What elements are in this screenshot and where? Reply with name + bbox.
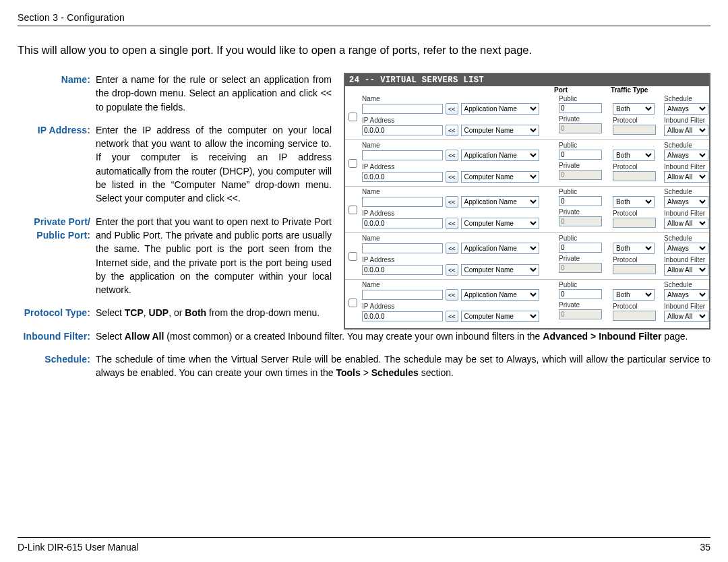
inbound-filter-select[interactable]: Allow All [664, 311, 708, 322]
copy-app-button[interactable]: << [446, 243, 458, 254]
traffic-type-select[interactable]: Both [613, 150, 655, 161]
schedule-select[interactable]: Always [664, 243, 708, 254]
enable-checkbox[interactable] [348, 252, 357, 261]
computer-select[interactable]: Computer Name [461, 218, 539, 229]
schedule-select[interactable]: Always [664, 289, 708, 301]
private-label: Private [557, 255, 611, 262]
private-port-input[interactable] [559, 170, 602, 180]
footer-right: 35 [700, 542, 710, 553]
virtual-server-row: Name << Application Name IP Address << C… [345, 232, 709, 279]
public-port-input[interactable] [559, 289, 602, 299]
public-port-input[interactable] [559, 103, 602, 113]
protocol-input[interactable] [613, 171, 656, 181]
protocol-input[interactable] [613, 125, 656, 135]
definition-text: The schedule of time when the Virtual Se… [96, 352, 710, 380]
schedule-label: Schedule [662, 281, 710, 288]
inbound-filter-select[interactable]: Allow All [664, 171, 708, 183]
copy-app-button[interactable]: << [446, 150, 458, 161]
application-select[interactable]: Application Name [461, 103, 539, 115]
definition-row: Schedule:The schedule of time when the V… [18, 352, 710, 380]
ip-label: IP Address [360, 210, 557, 217]
ip-input[interactable] [362, 218, 443, 228]
name-input[interactable] [362, 243, 443, 253]
copy-computer-button[interactable]: << [446, 264, 458, 276]
protocol-input[interactable] [613, 264, 656, 274]
ip-input[interactable] [362, 265, 443, 275]
private-label: Private [557, 162, 611, 169]
schedule-select[interactable]: Always [664, 103, 708, 115]
inbound-label: Inbound Filter [662, 303, 710, 310]
computer-select[interactable]: Computer Name [461, 125, 539, 136]
name-input[interactable] [362, 197, 443, 207]
copy-computer-button[interactable]: << [446, 171, 458, 183]
copy-app-button[interactable]: << [446, 289, 458, 301]
application-select[interactable]: Application Name [461, 196, 539, 208]
copy-computer-button[interactable]: << [446, 125, 458, 136]
enable-checkbox[interactable] [348, 113, 357, 121]
ip-input[interactable] [362, 125, 443, 135]
ip-label: IP Address [360, 256, 557, 263]
protocol-input[interactable] [613, 311, 656, 321]
traffic-type-select[interactable]: Both [613, 196, 655, 208]
page-header: Section 3 - Configuration [18, 12, 710, 23]
computer-select[interactable]: Computer Name [461, 311, 539, 322]
schedule-select[interactable]: Always [664, 150, 708, 161]
inbound-filter-select[interactable]: Allow All [664, 218, 708, 229]
schedule-select[interactable]: Always [664, 196, 708, 208]
private-port-input[interactable] [559, 123, 602, 133]
definition-row: IP Address:Enter the IP address of the c… [18, 123, 332, 206]
panel-column-headers: Port Traffic Type [345, 86, 709, 94]
virtual-server-row: Name << Application Name IP Address << C… [345, 94, 709, 139]
private-port-input[interactable] [559, 263, 602, 273]
inbound-label: Inbound Filter [662, 163, 710, 170]
ip-label: IP Address [360, 117, 557, 124]
private-port-input[interactable] [559, 309, 602, 319]
public-label: Public [557, 188, 611, 195]
enable-checkbox[interactable] [348, 206, 357, 214]
protocol-label: Protocol [611, 163, 658, 170]
protocol-label: Protocol [611, 256, 658, 263]
traffic-blank-label [611, 188, 658, 195]
protocol-label: Protocol [611, 117, 658, 124]
protocol-input[interactable] [613, 218, 656, 228]
definition-text: Enter a name for the rule or select an a… [96, 73, 332, 114]
public-port-input[interactable] [559, 196, 602, 206]
private-label: Private [557, 115, 611, 123]
copy-app-button[interactable]: << [446, 103, 458, 115]
ip-input[interactable] [362, 172, 443, 182]
name-input[interactable] [362, 290, 443, 300]
computer-select[interactable]: Computer Name [461, 264, 539, 276]
definition-text: Enter the IP address of the computer on … [96, 123, 332, 206]
definition-label: Name: [18, 73, 96, 114]
inbound-filter-select[interactable]: Allow All [664, 125, 708, 136]
definition-label: Inbound Filter: [18, 330, 96, 343]
traffic-type-select[interactable]: Both [613, 243, 655, 254]
header-rule [18, 26, 710, 26]
copy-app-button[interactable]: << [446, 196, 458, 208]
public-port-input[interactable] [559, 243, 602, 253]
enable-checkbox[interactable] [348, 299, 357, 307]
inbound-filter-select[interactable]: Allow All [664, 264, 708, 276]
definition-text: Select TCP, UDP, or Both from the drop-d… [96, 306, 332, 319]
private-label: Private [557, 208, 611, 216]
name-input[interactable] [362, 150, 443, 160]
copy-computer-button[interactable]: << [446, 218, 458, 229]
definition-label: IP Address: [18, 123, 96, 206]
schedule-label: Schedule [662, 235, 710, 242]
footer-left: D-Link DIR-615 User Manual [18, 542, 139, 553]
name-label: Name [360, 281, 557, 288]
private-port-input[interactable] [559, 216, 602, 226]
name-input[interactable] [362, 104, 443, 114]
application-select[interactable]: Application Name [461, 150, 539, 161]
traffic-type-select[interactable]: Both [613, 289, 655, 301]
definition-text: Select Allow All (most common) or a crea… [96, 330, 710, 343]
name-label: Name [360, 95, 557, 102]
traffic-type-select[interactable]: Both [613, 103, 655, 115]
copy-computer-button[interactable]: << [446, 311, 458, 322]
application-select[interactable]: Application Name [461, 289, 539, 301]
public-port-input[interactable] [559, 150, 602, 160]
enable-checkbox[interactable] [348, 159, 357, 168]
application-select[interactable]: Application Name [461, 243, 539, 254]
computer-select[interactable]: Computer Name [461, 171, 539, 183]
ip-input[interactable] [362, 311, 443, 321]
